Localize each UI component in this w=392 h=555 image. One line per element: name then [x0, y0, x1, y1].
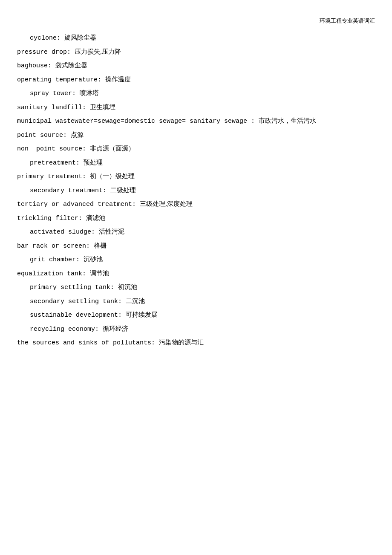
en-term: equalization tank:	[17, 270, 90, 278]
en-term: non——point source:	[17, 145, 90, 153]
en-term: sustainable development:	[30, 312, 126, 319]
en-term: grit chamber:	[30, 256, 84, 263]
zh-def: 点源	[71, 131, 84, 138]
en-term: pressure drop:	[17, 49, 75, 56]
list-item: secondary settling tank: 二沉池	[17, 296, 375, 307]
en-term: primary settling tank:	[30, 284, 118, 291]
list-item: the sources and sinks of pollutants: 污染物…	[17, 337, 375, 349]
en-term: the sources and sinks of pollutants:	[17, 339, 159, 347]
en-term: point source:	[17, 132, 71, 139]
zh-def: 活性污泥	[99, 228, 124, 235]
zh-def: 可持续发展	[126, 311, 158, 318]
en-term: sanitary landfill:	[17, 104, 90, 111]
list-item: primary treatment: 初（一）级处理	[17, 171, 375, 182]
list-item: secondary treatment: 二级处理	[17, 185, 375, 197]
zh-def: 调节池	[90, 270, 109, 277]
list-item: spray tower: 喷淋塔	[17, 88, 375, 99]
list-item: sustainable development: 可持续发展	[17, 309, 375, 321]
list-item: operating temperature: 操作温度	[17, 74, 375, 86]
en-term: baghouse:	[17, 62, 55, 69]
en-term: primary treatment:	[17, 173, 90, 180]
en-term: operating temperature:	[17, 76, 105, 84]
zh-def: 二级处理	[110, 187, 136, 194]
zh-def: 三级处理,深度处理	[140, 200, 193, 207]
zh-def: 初（一）级处理	[90, 173, 135, 179]
list-item: equalization tank: 调节池	[17, 268, 375, 280]
zh-def: 循环经济	[103, 325, 128, 332]
list-item: municipal wastewater=sewage=domestic sew…	[17, 116, 375, 127]
zh-def: 压力损失,压力降	[75, 48, 121, 55]
en-term: bar rack or screen:	[17, 243, 94, 250]
en-term: recycling economy:	[30, 326, 103, 333]
list-item: pressure drop: 压力损失,压力降	[17, 46, 375, 58]
en-term: secondary treatment:	[30, 187, 110, 194]
list-item: cyclone: 旋风除尘器	[17, 32, 375, 44]
list-item: tertiary or advanced treatment: 三级处理,深度处…	[17, 199, 375, 210]
en-term: activated sludge:	[30, 228, 99, 236]
list-item: primary settling tank: 初沉池	[17, 282, 375, 293]
en-term: secondary settling tank:	[30, 298, 126, 305]
list-item: point source: 点源	[17, 130, 375, 141]
zh-def: 初沉池	[118, 283, 137, 290]
en-term: trickling filter:	[17, 215, 86, 222]
en-term: spray tower:	[30, 90, 80, 97]
zh-def: 预处理	[84, 159, 103, 166]
page-title: 环境工程专业英语词汇	[320, 17, 375, 24]
list-item: pretreatment: 预处理	[17, 157, 375, 169]
zh-def: 操作温度	[105, 76, 131, 83]
zh-def: 卫生填埋	[90, 104, 115, 110]
zh-def: 袋式除尘器	[55, 62, 87, 69]
zh-def: 格栅	[94, 242, 107, 249]
zh-def: 污染物的源与汇	[159, 339, 204, 346]
list-item: trickling filter: 滴滤池	[17, 213, 375, 224]
list-item: activated sludge: 活性污泥	[17, 226, 375, 238]
list-item: recycling economy: 循环经济	[17, 324, 375, 335]
zh-def: 滴滤池	[86, 214, 105, 221]
zh-def: 二沉池	[126, 298, 145, 304]
list-item: baghouse: 袋式除尘器	[17, 60, 375, 72]
list-item: bar rack or screen: 格栅	[17, 240, 375, 252]
vocab-list: cyclone: 旋风除尘器pressure drop: 压力损失,压力降bag…	[17, 32, 375, 349]
en-term: cyclone:	[30, 35, 64, 42]
zh-def: 旋风除尘器	[64, 34, 96, 41]
zh-def: 沉砂池	[84, 256, 103, 263]
zh-def: 喷淋塔	[80, 90, 99, 96]
page-header: 环境工程专业英语词汇	[17, 17, 375, 25]
zh-def: 市政污水，生活污水	[259, 117, 316, 124]
en-term: tertiary or advanced treatment:	[17, 201, 140, 208]
zh-def: 非点源（面源）	[90, 145, 135, 152]
list-item: sanitary landfill: 卫生填埋	[17, 102, 375, 113]
list-item: grit chamber: 沉砂池	[17, 254, 375, 266]
en-term: pretreatment:	[30, 159, 84, 167]
list-item: non——point source: 非点源（面源）	[17, 143, 375, 155]
en-term: municipal wastewater=sewage=domestic sew…	[17, 118, 259, 125]
